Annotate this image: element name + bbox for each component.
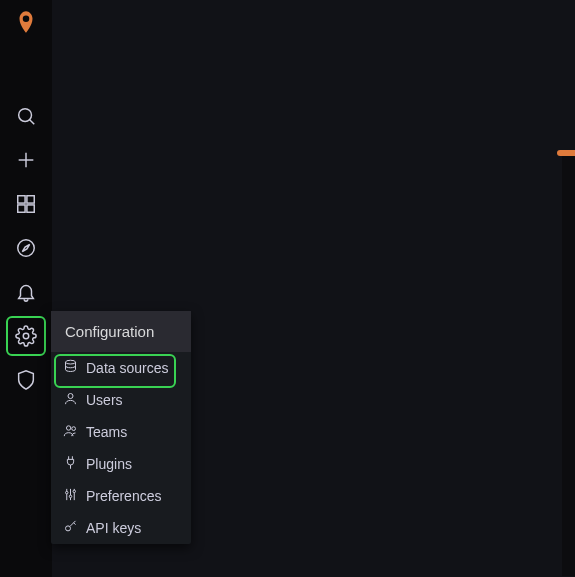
- database-icon: [63, 359, 78, 377]
- svg-rect-6: [18, 205, 25, 212]
- svg-point-11: [66, 360, 76, 364]
- users-icon: [63, 423, 78, 441]
- configuration-popup-title: Configuration: [51, 311, 191, 352]
- user-icon: [63, 391, 78, 409]
- svg-point-13: [66, 426, 70, 430]
- left-sidebar: [0, 0, 52, 577]
- menu-item-label: Preferences: [86, 488, 161, 504]
- svg-point-10: [23, 333, 29, 339]
- svg-point-21: [66, 526, 71, 531]
- search-icon[interactable]: [6, 96, 46, 136]
- svg-point-8: [18, 240, 35, 257]
- menu-item-label: Plugins: [86, 456, 132, 472]
- menu-item-users[interactable]: Users: [51, 384, 191, 416]
- plug-icon: [63, 455, 78, 473]
- explore-icon[interactable]: [6, 228, 46, 268]
- sliders-icon: [63, 487, 78, 505]
- svg-point-0: [19, 109, 32, 122]
- menu-item-label: Users: [86, 392, 123, 408]
- configuration-icon[interactable]: [6, 316, 46, 356]
- menu-item-plugins[interactable]: Plugins: [51, 448, 191, 480]
- dashboards-icon[interactable]: [6, 184, 46, 224]
- server-admin-icon[interactable]: [6, 360, 46, 400]
- menu-item-api-keys[interactable]: API keys: [51, 512, 191, 544]
- svg-point-12: [68, 394, 73, 399]
- menu-item-teams[interactable]: Teams: [51, 416, 191, 448]
- key-icon: [63, 519, 78, 537]
- svg-point-18: [69, 495, 72, 498]
- menu-item-label: Teams: [86, 424, 127, 440]
- configuration-popup: Configuration Data sources Users Teams P…: [51, 311, 191, 544]
- menu-item-preferences[interactable]: Preferences: [51, 480, 191, 512]
- panel-edge: [562, 156, 575, 576]
- svg-point-14: [72, 427, 76, 431]
- svg-line-1: [30, 120, 35, 125]
- svg-marker-9: [22, 244, 29, 251]
- grafana-logo-icon[interactable]: [12, 8, 40, 36]
- svg-rect-5: [27, 196, 34, 203]
- svg-point-16: [66, 491, 69, 494]
- svg-rect-4: [18, 196, 25, 203]
- alerting-icon[interactable]: [6, 272, 46, 312]
- svg-rect-7: [27, 205, 34, 212]
- menu-item-data-sources[interactable]: Data sources: [51, 352, 191, 384]
- menu-item-label: API keys: [86, 520, 141, 536]
- create-icon[interactable]: [6, 140, 46, 180]
- svg-point-20: [73, 490, 76, 493]
- menu-item-label: Data sources: [86, 360, 168, 376]
